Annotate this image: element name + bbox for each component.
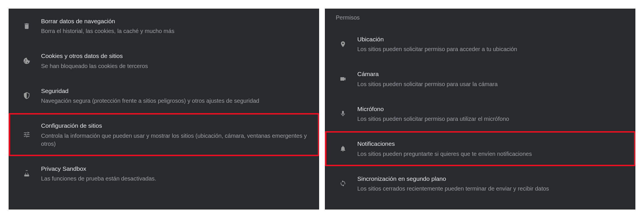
microphone-icon [337, 110, 349, 117]
location-icon [337, 41, 349, 48]
item-text: Sincronización en segundo plano Los siti… [357, 175, 628, 193]
item-text: Seguridad Navegación segura (protección … [41, 87, 312, 105]
highlight-box: Notificaciones Los sitios pueden pregunt… [325, 131, 635, 166]
bell-icon [337, 145, 349, 152]
camera-item[interactable]: Cámara Los sitios pueden solicitar permi… [326, 63, 634, 95]
settings-container: Borrar datos de navegación Borra el hist… [0, 9, 644, 210]
flask-icon [21, 170, 32, 177]
item-title: Configuración de sitios [41, 121, 312, 130]
background-sync-item[interactable]: Sincronización en segundo plano Los siti… [326, 168, 634, 199]
item-title: Privacy Sandbox [41, 164, 312, 173]
item-subtitle: Controla la información que pueden usar … [41, 132, 312, 148]
security-item[interactable]: Seguridad Navegación segura (protección … [10, 80, 318, 112]
privacy-settings-panel: Borrar datos de navegación Borra el hist… [9, 9, 319, 210]
item-text: Configuración de sitios Controla la info… [41, 121, 312, 148]
item-text: Ubicación Los sitios pueden solicitar pe… [357, 35, 628, 53]
item-text: Cookies y otros datos de sitios Se han b… [41, 52, 312, 70]
item-title: Cámara [357, 70, 628, 78]
item-subtitle: Navegación segura (protección frente a s… [41, 97, 312, 105]
permissions-panel: Permisos Ubicación Los sitios pueden sol… [325, 9, 635, 210]
item-subtitle: Los sitios pueden preguntarte si quieres… [357, 150, 628, 158]
item-title: Sincronización en segundo plano [357, 175, 628, 183]
item-text: Borrar datos de navegación Borra el hist… [41, 17, 312, 35]
location-item[interactable]: Ubicación Los sitios pueden solicitar pe… [326, 28, 634, 60]
item-title: Cookies y otros datos de sitios [41, 52, 312, 60]
item-subtitle: Se han bloqueado las cookies de terceros [41, 62, 312, 70]
sync-icon [337, 180, 349, 187]
clear-browsing-data-item[interactable]: Borrar datos de navegación Borra el hist… [10, 10, 318, 42]
item-subtitle: Los sitios pueden solicitar permiso para… [357, 115, 628, 123]
item-text: Notificaciones Los sitios pueden pregunt… [357, 139, 628, 158]
item-title: Seguridad [41, 87, 312, 95]
permissions-header: Permisos [325, 9, 635, 27]
item-subtitle: Los sitios pueden solicitar permiso para… [357, 45, 628, 53]
item-title: Ubicación [357, 35, 628, 43]
trash-icon [21, 22, 32, 30]
tune-icon [21, 131, 32, 138]
shield-icon [21, 92, 32, 99]
microphone-item[interactable]: Micrófono Los sitios pueden solicitar pe… [326, 98, 634, 130]
cookies-item[interactable]: Cookies y otros datos de sitios Se han b… [10, 45, 318, 77]
item-title: Micrófono [357, 105, 628, 113]
notifications-item[interactable]: Notificaciones Los sitios pueden pregunt… [326, 133, 634, 164]
cookie-icon [21, 57, 32, 65]
highlight-box: Configuración de sitios Controla la info… [9, 113, 319, 156]
item-subtitle: Los sitios cerrados recientemente pueden… [357, 185, 628, 193]
item-title: Borrar datos de navegación [41, 17, 312, 25]
item-text: Micrófono Los sitios pueden solicitar pe… [357, 105, 628, 123]
item-subtitle: Las funciones de prueba están desactivad… [41, 175, 312, 183]
item-text: Cámara Los sitios pueden solicitar permi… [357, 70, 628, 88]
item-title: Notificaciones [357, 139, 628, 148]
item-text: Privacy Sandbox Las funciones de prueba … [41, 164, 312, 183]
site-settings-item[interactable]: Configuración de sitios Controla la info… [10, 115, 318, 154]
item-subtitle: Borra el historial, las cookies, la cach… [41, 27, 312, 35]
item-subtitle: Los sitios pueden solicitar permiso para… [357, 80, 628, 88]
camera-icon [337, 75, 349, 82]
privacy-sandbox-item[interactable]: Privacy Sandbox Las funciones de prueba … [10, 158, 318, 189]
